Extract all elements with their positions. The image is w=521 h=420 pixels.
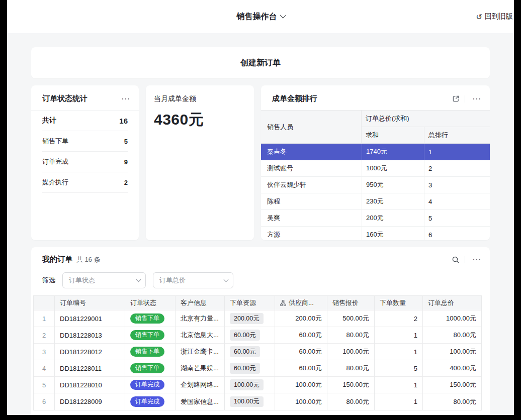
quote: 100.00元 [327, 344, 375, 360]
status-value: 9 [124, 158, 128, 166]
status-row[interactable]: 媒介执行 2 [42, 172, 128, 193]
create-order-button[interactable]: 创建新订单 [31, 47, 490, 78]
resource-pill: 100.00元 [230, 396, 264, 407]
ranking-sum: 200元 [362, 210, 424, 227]
ranking-rank: 3 [424, 177, 490, 193]
page-title-dropdown[interactable]: 销售操作台 [237, 12, 285, 22]
column-header-total[interactable]: 订单总价 [423, 296, 481, 310]
ranking-row[interactable]: 陈程 230元 4 [261, 193, 490, 210]
column-header-order-no[interactable]: 订单编号 [55, 296, 125, 310]
order-status-card-title: 订单状态统计 [42, 94, 88, 103]
resource-pill: 60.00元 [230, 363, 260, 373]
order-no: DD181228012 [55, 344, 125, 360]
ranking-row[interactable]: 测试账号 1000元 2 [261, 160, 490, 177]
supplier-price: 60.00元 [275, 360, 327, 377]
ranking-row[interactable]: 伙伴云魏少轩 950元 3 [261, 177, 490, 193]
supplier-price: 200.00元 [275, 310, 327, 327]
order-status-filter-placeholder: 订单状态 [69, 276, 95, 285]
more-icon[interactable]: ⋯ [119, 94, 132, 103]
search-icon[interactable] [452, 256, 460, 264]
quote: 500.00元 [327, 310, 375, 327]
resource-pill: 100.00元 [230, 379, 264, 390]
column-header-sum[interactable]: 求和 [362, 127, 424, 144]
qty: 5 [375, 360, 423, 377]
column-header-resource[interactable]: 下单资源 [225, 296, 275, 310]
status-badge: 销售下单 [130, 313, 164, 324]
ranking-row[interactable]: 吴爽 200元 5 [261, 210, 490, 227]
more-icon[interactable]: ⋯ [470, 255, 483, 264]
customer: 浙江金鹰卡... [176, 344, 225, 360]
order-total-filter-dropdown[interactable]: 订单总价 [153, 272, 233, 288]
orders-table: 订单编号 订单状态 客户信息 下单资源 供应商 [33, 295, 482, 410]
order-status-card: 订单状态统计 ⋯ 共计 16 销售下单 5 订单完成 9 [31, 85, 139, 240]
column-header-rank[interactable]: 总排行 [424, 127, 490, 144]
open-external-icon[interactable] [452, 95, 460, 102]
ranking-card-actions: ⋯ [452, 94, 483, 103]
supplier-price: 100.00元 [275, 377, 327, 393]
order-row[interactable]: 6 DD181228009 订单完成 爱国家信息... 100.00元 100.… [34, 393, 481, 410]
status-badge: 销售下单 [130, 363, 164, 374]
order-total: 1000.00元 [423, 310, 481, 327]
column-header-qty[interactable]: 下单数量 [375, 296, 423, 310]
qty: 2 [375, 310, 423, 327]
supplier-price: 60.00元 [275, 327, 327, 344]
order-total: 400.00元 [423, 360, 481, 377]
status-value: 2 [124, 179, 128, 186]
ranking-table: 销售人员 订单总价(求和) 求和 总排行 秦吉冬 1740元 1 测试账号 10… [261, 110, 490, 240]
my-orders-card: 我的订单 共 16 条 ⋯ 筛选 订单状态 [31, 247, 490, 415]
column-header-group[interactable]: 订单总价(求和) [362, 111, 490, 127]
relation-icon [280, 300, 286, 306]
resource-pill: 60.00元 [230, 346, 260, 357]
qty: 1 [375, 344, 423, 360]
row-index: 5 [34, 377, 55, 393]
back-to-old-version-button[interactable]: ↺ 回到旧版 [476, 12, 513, 21]
more-icon[interactable]: ⋯ [470, 94, 483, 103]
ranking-rank: 5 [424, 210, 490, 227]
ranking-row-selected[interactable]: 秦吉冬 1740元 1 [261, 144, 490, 160]
status-row[interactable]: 销售下单 5 [42, 131, 128, 152]
order-row[interactable]: 4 DD181228011 销售下单 湖南芒果娱... 60.00元 60.00… [34, 360, 481, 377]
status-row-total[interactable]: 共计 16 [42, 111, 128, 131]
divider [465, 95, 465, 102]
ranking-person: 吴爽 [261, 210, 362, 227]
ranking-sum: 1000元 [362, 160, 424, 177]
ranking-card-head: 成单金额排行 ⋯ [261, 85, 490, 110]
order-row[interactable]: 3 DD181228012 销售下单 浙江金鹰卡... 60.00元 60.00… [34, 344, 481, 360]
status-label: 订单完成 [42, 157, 68, 166]
qty: 1 [375, 393, 423, 410]
app-window: 销售操作台 ↺ 回到旧版 创建新订单 订单状态统计 ⋯ 共计 16 [7, 0, 514, 415]
column-header-status[interactable]: 订单状态 [125, 296, 176, 310]
order-status-filter-dropdown[interactable]: 订单状态 [62, 272, 146, 288]
qty: 1 [375, 327, 423, 344]
page-title: 销售操作台 [237, 12, 277, 22]
column-header-quote[interactable]: 销售报价 [327, 296, 375, 310]
status-badge: 订单完成 [130, 380, 164, 390]
customer: 爱国家信息... [176, 393, 225, 410]
status-label: 媒介执行 [42, 178, 68, 187]
ranking-sum: 160元 [362, 227, 424, 240]
order-row[interactable]: 1 DD181229001 销售下单 北京有力量... 200.00元 200.… [34, 310, 481, 327]
ranking-rank: 2 [424, 160, 490, 177]
customer: 北京信息大... [176, 327, 225, 344]
order-row[interactable]: 5 DD181228010 订单完成 企划路网络... 100.00元 100.… [34, 377, 481, 393]
order-row[interactable]: 2 DD181228013 销售下单 北京信息大... 60.00元 60.00… [34, 327, 481, 344]
order-status-card-head: 订单状态统计 ⋯ [31, 85, 139, 111]
ranking-row[interactable]: 方源 160元 6 [261, 227, 490, 240]
status-row[interactable]: 订单完成 9 [42, 152, 128, 172]
row-index: 2 [34, 327, 55, 344]
ranking-rank: 4 [424, 193, 490, 210]
chevron-down-icon [280, 12, 286, 18]
status-badge: 销售下单 [130, 330, 164, 341]
column-header-supplier[interactable]: 供应商... [275, 296, 327, 310]
history-icon: ↺ [476, 13, 482, 21]
dashboard: 创建新订单 订单状态统计 ⋯ 共计 16 销售下单 5 [7, 33, 514, 415]
customer: 北京有力量... [176, 310, 225, 327]
column-header-person[interactable]: 销售人员 [261, 111, 362, 144]
order-total: 80.00元 [423, 327, 481, 344]
monthly-amount-card: 当月成单金额 4360元 [146, 85, 254, 240]
my-orders-actions: ⋯ [452, 255, 483, 264]
row-index: 3 [34, 344, 55, 360]
status-label: 共计 [42, 116, 56, 125]
quote: 80.00元 [327, 360, 375, 377]
column-header-customer[interactable]: 客户信息 [176, 296, 225, 310]
